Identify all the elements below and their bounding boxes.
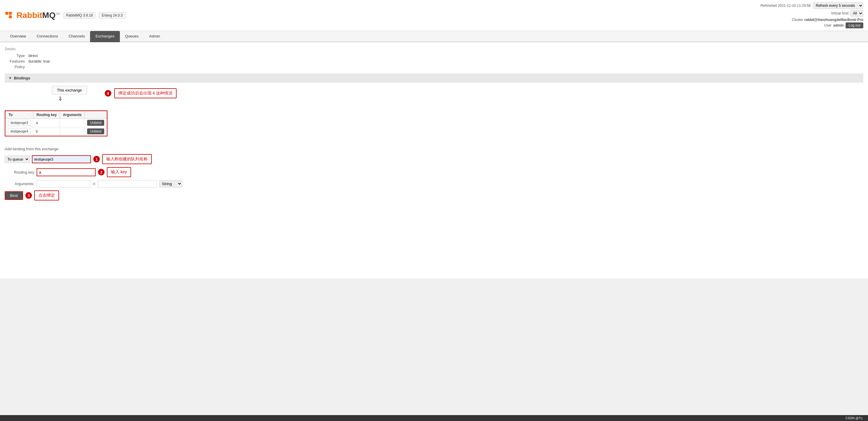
details-table: Type direct Features durable: true Polic…: [5, 54, 863, 69]
binding-table-container: To Routing key Arguments testqeuqe3 a Un…: [5, 111, 107, 137]
logo-rabbit: Rabbit: [17, 11, 42, 20]
to-queue-select[interactable]: To queue: [5, 156, 30, 163]
type-label: Type: [5, 54, 28, 58]
type-value: direct: [28, 54, 38, 58]
equals-sign: =: [93, 181, 95, 187]
cluster-value: rabbit@tianzhuangdeMacBook-Pro: [804, 18, 863, 22]
annotation4-text: 绑定成功后会出现 4 这种情况: [114, 88, 177, 98]
annotation2-text: 输入 key: [107, 167, 131, 177]
bind-btn-container: Bind: [5, 191, 23, 200]
rabbitmq-version: RabbitMQ 3.8.18: [63, 12, 96, 19]
header-right: Refreshed 2021-11-10 11:29:58 Refresh ev…: [761, 2, 863, 28]
bindings-header[interactable]: ▼ Bindings: [5, 74, 863, 82]
details-features-row: Features durable: true: [5, 59, 863, 63]
annotation2-circle: 2: [98, 169, 104, 175]
logo-mq: MQ: [42, 11, 56, 20]
arguments-label: Arguments:: [5, 182, 34, 186]
svg-rect-2: [9, 16, 12, 18]
annotation4-circle: 4: [105, 90, 111, 96]
unbind-cell-1: Unbind: [85, 119, 107, 127]
user-row: User admin Log out: [761, 23, 863, 28]
erlang-version: Erlang 24.0.3: [99, 12, 125, 19]
exchange-flow: This exchange ⇓: [52, 86, 87, 102]
unbind-button-2[interactable]: Unbind: [87, 128, 104, 134]
annotation4-container: 4 绑定成功后会出现 4 这种情况: [105, 88, 177, 98]
annotation3-text: 点击绑定: [34, 190, 59, 201]
binding-to-1: testqeuqe3: [6, 119, 33, 127]
details-type-row: Type direct: [5, 54, 863, 58]
svg-rect-1: [9, 12, 12, 15]
table-row: testqeuqe4 b Unbind: [6, 127, 107, 136]
binding-table: To Routing key Arguments testqeuqe3 a Un…: [5, 111, 107, 136]
arguments-2: [60, 127, 85, 136]
annotation3-circle: 3: [25, 192, 32, 199]
logout-button[interactable]: Log out: [845, 23, 863, 28]
cluster-label: Cluster: [792, 18, 803, 22]
details-section-label: Details: [5, 47, 863, 51]
nav-channels[interactable]: Channels: [63, 31, 90, 42]
nav-queues[interactable]: Queues: [120, 31, 144, 42]
to-queue-row: To queue 1 输入刚创建的队列名称: [5, 154, 863, 164]
nav: Overview Connections Channels Exchanges …: [0, 31, 868, 42]
header: RabbitMQTM RabbitMQ 3.8.18 Erlang 24.0.3…: [0, 0, 868, 31]
user-label: User: [824, 23, 831, 27]
details-policy-row: Policy: [5, 65, 863, 69]
vhost-select[interactable]: All: [850, 10, 863, 17]
user-value: admin: [833, 23, 844, 27]
bind-button[interactable]: Bind: [5, 192, 23, 199]
logo-area: RabbitMQTM RabbitMQ 3.8.18 Erlang 24.0.3: [5, 11, 125, 20]
arguments-type-select[interactable]: String Integer Boolean: [159, 180, 182, 187]
refresh-select[interactable]: Refresh every 5 seconds Refresh every 10…: [813, 2, 863, 9]
logo: RabbitMQTM: [5, 11, 60, 20]
routing-key-2: b: [33, 127, 60, 136]
bind-row: Bind 3 点击绑定: [5, 190, 863, 201]
this-exchange-button[interactable]: This exchange: [52, 86, 87, 94]
collapse-icon: ▼: [8, 76, 12, 80]
arguments-row: Arguments: = String Integer Boolean: [5, 180, 863, 187]
svg-rect-0: [5, 12, 8, 15]
logo-icon: [5, 11, 16, 20]
col-arguments: Arguments: [60, 111, 85, 119]
unbind-button-1[interactable]: Unbind: [87, 120, 104, 126]
bindings-section-label: Bindings: [14, 76, 30, 80]
routing-key-1: a: [33, 119, 60, 127]
queue-badge-1: testqeuqe3: [8, 120, 31, 126]
nav-admin[interactable]: Admin: [144, 31, 165, 42]
content: Details Type direct Features durable: tr…: [0, 42, 868, 278]
nav-exchanges[interactable]: Exchanges: [90, 31, 120, 42]
annotation1-circle: 1: [93, 156, 100, 162]
add-binding-section: Add binding from this exchange To queue …: [5, 147, 863, 201]
annotation1-text: 输入刚创建的队列名称: [102, 154, 152, 164]
routing-key-label: Routing key: [5, 170, 34, 175]
features-value: durable: true: [28, 59, 50, 63]
logo-tm: TM: [56, 12, 60, 16]
nav-overview[interactable]: Overview: [5, 31, 31, 42]
add-binding-title: Add binding from this exchange: [5, 147, 863, 151]
policy-label: Policy: [5, 65, 28, 69]
nav-connections[interactable]: Connections: [31, 31, 63, 42]
vhost-row: Virtual host All: [761, 10, 863, 17]
down-arrow-icon: ⇓: [58, 95, 63, 102]
table-row: testqeuqe3 a Unbind: [6, 119, 107, 127]
col-routing-key: Routing key: [33, 111, 60, 119]
logo-text: RabbitMQTM: [17, 11, 60, 20]
arguments-value-input[interactable]: [98, 180, 157, 187]
refresh-row: Refreshed 2021-11-10 11:29:58 Refresh ev…: [761, 2, 863, 9]
refreshed-label: Refreshed 2021-11-10 11:29:58: [761, 4, 811, 8]
features-label: Features: [5, 59, 28, 63]
vhost-label: Virtual host: [831, 11, 848, 16]
binding-to-2: testqeuqe4: [6, 127, 33, 136]
col-action: [85, 111, 107, 119]
col-to: To: [6, 111, 33, 119]
unbind-cell-2: Unbind: [85, 127, 107, 136]
routing-key-row: Routing key 2 输入 key: [5, 167, 863, 177]
queue-badge-2: testqeuqe4: [8, 128, 31, 134]
arguments-1: [60, 119, 85, 127]
cluster-row: Cluster rabbit@tianzhuangdeMacBook-Pro: [761, 18, 863, 22]
to-queue-input[interactable]: [32, 155, 91, 163]
routing-key-input[interactable]: [37, 168, 96, 176]
arguments-key-input[interactable]: [37, 180, 90, 187]
